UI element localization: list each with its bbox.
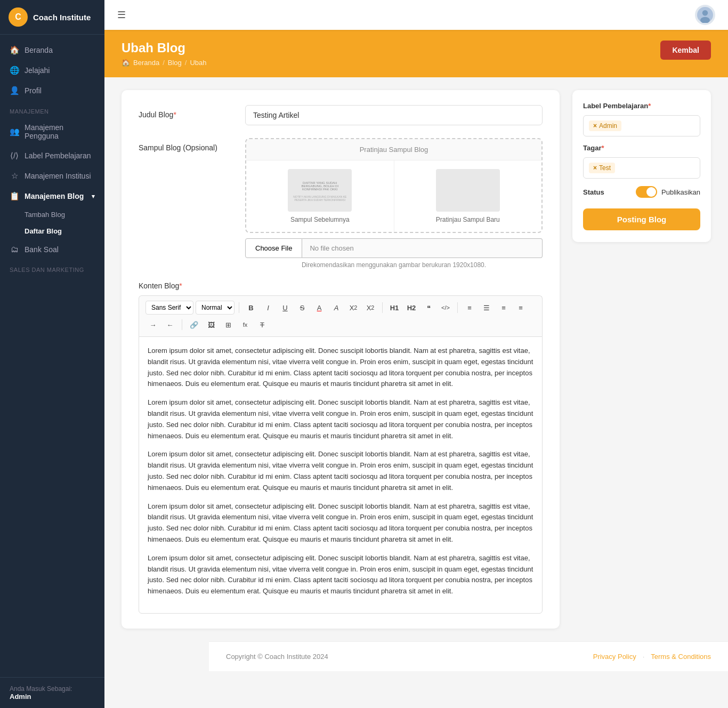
editor-section: Konten Blog* Sans Serif Normal B I U S A…: [139, 281, 543, 614]
terms-conditions-link[interactable]: Terms & Conditions: [651, 653, 711, 661]
underline-button[interactable]: U: [278, 300, 293, 315]
page-header-left: Ubah Blog 🏠 Beranda / Blog / Ubah: [122, 41, 207, 67]
content-paragraph-4: Lorem ipsum dolor sit amet, consectetur …: [148, 553, 533, 597]
content-paragraph-3: Lorem ipsum dolor sit amet, consectetur …: [148, 501, 533, 545]
text-bg-button[interactable]: A: [329, 300, 344, 315]
superscript-button[interactable]: X2: [363, 300, 378, 315]
back-button[interactable]: Kembal: [660, 41, 711, 60]
tag-remove-icon[interactable]: ×: [593, 122, 597, 130]
sidebar-item-label: Beranda: [25, 46, 53, 54]
sidebar-subitem-daftar-blog[interactable]: Daftar Blog: [0, 223, 104, 239]
code-button[interactable]: </>: [438, 300, 453, 315]
sidebar-item-label-pembelajaran[interactable]: ⟨/⟩ Label Pembelajaran: [0, 146, 104, 166]
cover-section: Pratinjau Sampul Blog DAFTAR YANG SUDAH …: [245, 138, 543, 269]
sidebar-item-label: Manajemen Blog: [25, 192, 84, 200]
tag-test: × Test: [589, 163, 615, 173]
blog-icon: 📋: [10, 191, 19, 201]
breadcrumb-beranda: Beranda: [133, 59, 159, 67]
link-button[interactable]: 🔗: [187, 317, 201, 332]
user-icon: 👤: [10, 86, 19, 95]
footer-copyright: Copyright © Coach Institute 2024: [226, 653, 328, 661]
unordered-list-button[interactable]: ☰: [479, 300, 494, 315]
breadcrumb-sep2: /: [185, 59, 187, 67]
breadcrumb-home-icon: 🏠: [122, 59, 130, 67]
blog-title-input[interactable]: [245, 105, 543, 125]
bold-button[interactable]: B: [244, 300, 258, 315]
ordered-list-button[interactable]: ≡: [462, 300, 477, 315]
breadcrumb-blog: Blog: [168, 59, 182, 67]
font-family-select[interactable]: Sans Serif: [145, 301, 193, 315]
learning-label-input[interactable]: × Admin: [583, 115, 700, 136]
sidebar-item-bank-soal[interactable]: 🗂 Bank Soal: [0, 239, 104, 259]
toolbar-divider-3: [457, 302, 458, 313]
app-logo: C: [9, 7, 28, 27]
privacy-policy-link[interactable]: Privacy Policy: [593, 653, 636, 661]
sidebar-subitem-tambah-blog[interactable]: Tambah Blog: [0, 206, 104, 223]
outdent-button[interactable]: ←: [163, 317, 177, 332]
cover-new-image: [436, 169, 500, 212]
sidebar-item-manajemen-pengguna[interactable]: 👥 Manajemen Pengguna: [0, 118, 104, 146]
sidebar-item-label: Profil: [25, 86, 42, 95]
editor-label: Konten Blog*: [139, 281, 543, 290]
users-icon: 👥: [10, 127, 19, 136]
h1-button[interactable]: H1: [387, 300, 402, 315]
post-blog-button[interactable]: Posting Blog: [583, 208, 700, 230]
editor-body[interactable]: Lorem ipsum dolor sit amet, consectetur …: [139, 336, 543, 614]
align-right-button[interactable]: ≡: [513, 300, 528, 315]
cover-preview-box: Pratinjau Sampul Blog DAFTAR YANG SUDAH …: [245, 138, 543, 233]
publish-toggle[interactable]: [636, 186, 657, 198]
breadcrumb-sep1: /: [163, 59, 165, 67]
code-icon: ⟨/⟩: [10, 151, 19, 160]
sidebar-item-label: Manajemen Institusi: [25, 172, 91, 180]
hamburger-button[interactable]: ☰: [117, 9, 126, 21]
font-size-select[interactable]: Normal: [196, 301, 234, 315]
file-hint: Direkomendasikan menggunakan gambar beru…: [245, 261, 543, 269]
sidebar-section-manajemen: MANAJEMEN: [0, 101, 104, 118]
panel-tag-title: Tagar*: [583, 144, 700, 152]
learning-tag-value: Admin: [599, 122, 617, 130]
page-header: Ubah Blog 🏠 Beranda / Blog / Ubah Kembal: [104, 30, 728, 77]
blockquote-button[interactable]: ❝: [421, 300, 436, 315]
cover-row: Sampul Blog (Opsional) Pratinjau Sampul …: [139, 138, 543, 269]
content-paragraph-1: Lorem ipsum dolor sit amet, consectetur …: [148, 397, 533, 441]
cover-label: Sampul Blog (Opsional): [139, 138, 234, 152]
strikethrough-button[interactable]: S: [295, 300, 310, 315]
sidebar-item-manajemen-institusi[interactable]: ☆ Manajemen Institusi: [0, 166, 104, 186]
sidebar: C Coach Institute 🏠 Beranda 🌐 Jelajahi 👤…: [0, 0, 104, 708]
cover-before-label: Sampul Sebelumnya: [290, 216, 350, 223]
content-area: Judul Blog* Sampul Blog (Opsional) Prati…: [104, 77, 728, 641]
page-title: Ubah Blog: [122, 41, 207, 55]
tag-test-remove-icon[interactable]: ×: [593, 164, 597, 172]
tag-test-value: Test: [599, 164, 611, 172]
sidebar-item-beranda[interactable]: 🏠 Beranda: [0, 40, 104, 60]
content-paragraph-2: Lorem ipsum dolor sit amet, consectetur …: [148, 449, 533, 493]
status-row: Status Publikasikan: [583, 186, 700, 198]
sidebar-role-label: Anda Masuk Sebagai:: [10, 685, 95, 693]
subscript-button[interactable]: X2: [346, 300, 361, 315]
sidebar-item-manajemen-blog[interactable]: 📋 Manajemen Blog ▾: [0, 186, 104, 206]
panel-card: Label Pembelajaran* × Admin Tagar* × Tes…: [572, 90, 711, 242]
clear-format-button[interactable]: T: [255, 317, 270, 332]
text-color-button[interactable]: A: [312, 300, 327, 315]
sidebar-item-profil[interactable]: 👤 Profil: [0, 81, 104, 101]
no-file-chosen-label: No file chosen: [302, 238, 543, 258]
tag-input[interactable]: × Test: [583, 157, 700, 179]
main-content: Ubah Blog 🏠 Beranda / Blog / Ubah Kembal…: [104, 0, 728, 708]
learning-tag-admin: × Admin: [589, 120, 621, 131]
file-input-row: Choose File No file chosen: [245, 238, 543, 258]
h2-button[interactable]: H2: [404, 300, 419, 315]
sidebar-header: C Coach Institute: [0, 0, 104, 35]
panel-learning-label-title: Label Pembelajaran*: [583, 102, 700, 110]
align-center-button[interactable]: ≡: [496, 300, 511, 315]
choose-file-button[interactable]: Choose File: [245, 238, 302, 258]
italic-button[interactable]: I: [261, 300, 276, 315]
toolbar-divider-2: [382, 302, 383, 313]
sidebar-panel: Label Pembelajaran* × Admin Tagar* × Tes…: [572, 90, 711, 242]
editor-toolbar: Sans Serif Normal B I U S A A X2 X2 H1: [139, 295, 543, 336]
indent-button[interactable]: →: [145, 317, 160, 332]
user-avatar[interactable]: [695, 5, 715, 25]
image-insert-button[interactable]: 🖼: [204, 317, 219, 332]
sidebar-item-jelajahi[interactable]: 🌐 Jelajahi: [0, 60, 104, 81]
formula-button[interactable]: fx: [238, 317, 253, 332]
table-button[interactable]: ⊞: [221, 317, 236, 332]
